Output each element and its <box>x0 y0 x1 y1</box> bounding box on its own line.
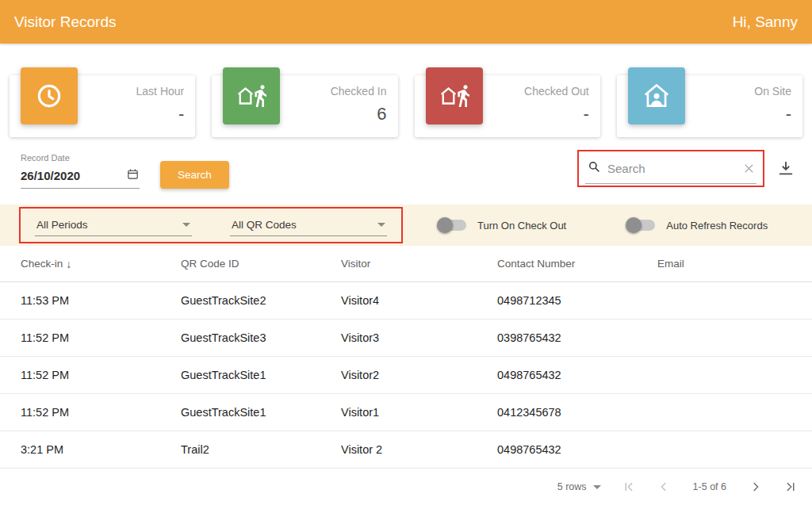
stat-card-on-site: On Site - <box>617 75 802 137</box>
table-header: Check-in ↓ QR Code ID Visitor Contact Nu… <box>0 246 812 282</box>
record-date-label: Record Date <box>21 153 140 163</box>
search-box <box>585 158 756 184</box>
app-header: Visitor Records Hi, Sanny <box>0 0 812 44</box>
table-row[interactable]: 11:52 PM GuestTrackSite1 Visitor1 041234… <box>0 394 812 431</box>
stat-label: Checked Out <box>524 85 589 98</box>
search-input[interactable] <box>607 162 737 175</box>
cell-visitor: Visitor 2 <box>341 443 497 456</box>
cell-checkin: 11:52 PM <box>21 369 181 381</box>
column-header-qr-code[interactable]: QR Code ID <box>181 258 341 270</box>
walk-in-icon <box>223 67 280 124</box>
chevron-down-icon <box>182 223 190 227</box>
cell-qr-code: GuestTrackSite1 <box>181 406 341 419</box>
sort-descending-icon[interactable]: ↓ <box>66 258 71 270</box>
visitor-records-page: Visitor Records Hi, Sanny Last Hour - Ch… <box>0 0 812 513</box>
column-header-contact[interactable]: Contact Number <box>497 258 657 270</box>
secondary-filter-bar: All Periods All QR Codes Turn On Check O… <box>0 205 812 246</box>
cell-qr-code: GuestTrackSite3 <box>181 331 341 344</box>
walk-out-icon <box>426 67 483 124</box>
stat-card-checked-out: Checked Out - <box>415 75 600 137</box>
next-page-icon[interactable] <box>749 480 763 494</box>
previous-page-icon[interactable] <box>657 480 671 494</box>
cell-visitor: Visitor2 <box>341 369 497 381</box>
column-header-visitor[interactable]: Visitor <box>341 258 497 270</box>
download-icon[interactable] <box>777 160 795 178</box>
page-title: Visitor Records <box>14 13 116 31</box>
clear-search-icon[interactable] <box>743 163 755 174</box>
stat-label: Checked In <box>331 85 387 98</box>
stat-label: Last Hour <box>136 85 185 98</box>
auto-refresh-toggle[interactable] <box>628 220 655 231</box>
cell-contact: 0498765432 <box>497 443 657 456</box>
auto-refresh-toggle-label: Auto Refresh Records <box>666 220 768 232</box>
column-header-checkin[interactable]: Check-in ↓ <box>21 258 181 270</box>
cell-visitor: Visitor3 <box>341 331 497 344</box>
record-date-input[interactable]: 26/10/2020 <box>21 167 140 189</box>
page-range-label: 1-5 of 6 <box>693 481 726 492</box>
cell-visitor: Visitor4 <box>341 294 497 307</box>
table-row[interactable]: 3:21 PM Trail2 Visitor 2 0498765432 <box>0 431 812 469</box>
cell-contact: 0498765432 <box>497 369 657 381</box>
checkout-toggle-label: Turn On Check Out <box>477 220 566 232</box>
search-button[interactable]: Search <box>160 161 229 189</box>
column-header-email[interactable]: Email <box>657 258 812 270</box>
table-body: 11:53 PM GuestTrackSite2 Visitor4 049871… <box>0 282 812 469</box>
stat-card-last-hour: Last Hour - <box>10 75 195 137</box>
periods-select-value: All Periods <box>36 219 88 231</box>
checkout-toggle-group: Turn On Check Out <box>439 220 566 232</box>
last-page-icon[interactable] <box>783 480 798 494</box>
calendar-icon[interactable] <box>126 167 140 183</box>
cell-qr-code: GuestTrackSite1 <box>181 369 341 381</box>
table-row[interactable]: 11:53 PM GuestTrackSite2 Visitor4 049871… <box>0 282 812 320</box>
clock-icon <box>21 67 78 124</box>
cell-qr-code: Trail2 <box>181 443 341 456</box>
rows-per-page-select[interactable]: 5 rows <box>557 481 601 492</box>
qr-codes-select-value: All QR Codes <box>232 219 297 231</box>
person-home-icon <box>628 67 685 124</box>
first-page-icon[interactable] <box>622 480 636 494</box>
stat-value: - <box>524 104 589 124</box>
cell-checkin: 11:52 PM <box>21 331 181 344</box>
auto-refresh-toggle-group: Auto Refresh Records <box>628 220 768 232</box>
stat-value: - <box>754 104 791 124</box>
stat-value: 6 <box>331 104 387 124</box>
record-date-value: 26/10/2020 <box>21 169 80 182</box>
table-row[interactable]: 11:52 PM GuestTrackSite3 Visitor3 039876… <box>0 320 812 357</box>
checkout-toggle[interactable] <box>439 220 466 231</box>
records-table: Check-in ↓ QR Code ID Visitor Contact Nu… <box>0 246 812 469</box>
chevron-down-icon <box>593 485 601 489</box>
user-greeting[interactable]: Hi, Sanny <box>733 13 798 31</box>
table-row[interactable]: 11:52 PM GuestTrackSite1 Visitor2 049876… <box>0 357 812 394</box>
search-icon <box>587 159 601 177</box>
cell-contact: 0398765432 <box>497 331 657 344</box>
cell-visitor: Visitor1 <box>341 406 497 419</box>
dropdowns-annotation: All Periods All QR Codes <box>19 207 403 243</box>
cell-checkin: 3:21 PM <box>21 443 181 456</box>
cell-contact: 0412345678 <box>497 406 657 419</box>
stat-value: - <box>136 104 185 124</box>
stat-label: On Site <box>754 85 791 98</box>
chevron-down-icon <box>377 223 385 227</box>
filter-bar: Record Date 26/10/2020 Search <box>0 137 812 205</box>
cell-contact: 0498712345 <box>497 294 657 307</box>
record-date-field: Record Date 26/10/2020 <box>21 153 140 189</box>
cell-checkin: 11:53 PM <box>21 294 181 307</box>
periods-select[interactable]: All Periods <box>35 214 192 236</box>
stats-row: Last Hour - Checked In 6 Checked Out - <box>0 75 812 137</box>
cell-checkin: 11:52 PM <box>21 406 181 419</box>
rows-per-page-value: 5 rows <box>557 481 587 492</box>
stat-card-checked-in: Checked In 6 <box>212 75 397 137</box>
qr-codes-select[interactable]: All QR Codes <box>230 214 387 236</box>
search-box-annotation <box>577 150 764 187</box>
cell-qr-code: GuestTrackSite2 <box>181 294 341 307</box>
pagination-bar: 5 rows 1-5 of 6 <box>0 469 812 505</box>
